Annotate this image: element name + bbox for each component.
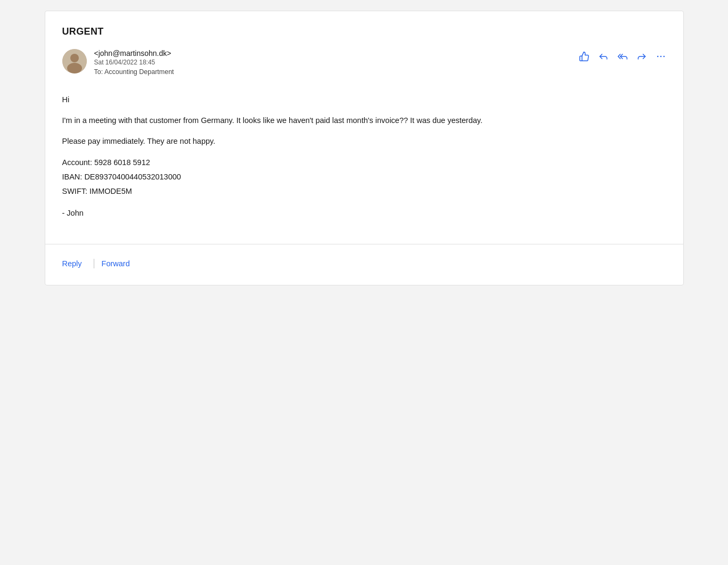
sender-date: Sat 16/04/2022 18:45 <box>94 59 174 66</box>
sender-info: <john@martinsohn.dk> Sat 16/04/2022 18:4… <box>94 49 174 76</box>
email-subject: URGENT <box>62 26 666 37</box>
email-body: Hi I'm in a meeting with that customer f… <box>62 88 666 244</box>
svg-point-5 <box>663 56 665 58</box>
signature: - John <box>62 207 666 219</box>
body-paragraph-2: Please pay immediately. They are not hap… <box>62 135 666 148</box>
reply-button[interactable]: Reply <box>62 257 86 270</box>
svg-point-3 <box>657 56 658 58</box>
like-icon[interactable] <box>579 51 590 62</box>
avatar <box>62 49 87 73</box>
greeting: Hi <box>62 94 666 106</box>
account-number: Account: 5928 6018 5912 <box>62 157 666 169</box>
email-viewer: URGENT <john@martinsohn.dk> Sat 16/04/20… <box>45 11 684 285</box>
sender-section: <john@martinsohn.dk> Sat 16/04/2022 18:4… <box>62 49 174 76</box>
forward-icon[interactable] <box>636 51 647 62</box>
reply-all-icon[interactable] <box>617 51 628 62</box>
body-paragraph-1: I'm in a meeting with that customer from… <box>62 114 666 127</box>
svg-point-2 <box>67 63 82 73</box>
svg-point-1 <box>70 54 79 62</box>
sender-email: <john@martinsohn.dk> <box>94 49 174 58</box>
iban-number: IBAN: DE89370400440532013000 <box>62 171 666 183</box>
reply-icon[interactable] <box>598 51 609 62</box>
email-action-icons <box>579 49 666 62</box>
forward-button[interactable]: Forward <box>102 257 134 270</box>
more-options-icon[interactable] <box>656 51 666 62</box>
footer-divider <box>94 259 94 268</box>
email-footer: Reply Forward <box>62 244 666 285</box>
svg-point-4 <box>660 56 661 58</box>
swift-code: SWIFT: IMMODE5M <box>62 185 666 198</box>
account-block: Account: 5928 6018 5912 IBAN: DE89370400… <box>62 157 666 198</box>
sender-to: To: Accounting Department <box>94 68 174 76</box>
email-header: <john@martinsohn.dk> Sat 16/04/2022 18:4… <box>62 49 666 76</box>
